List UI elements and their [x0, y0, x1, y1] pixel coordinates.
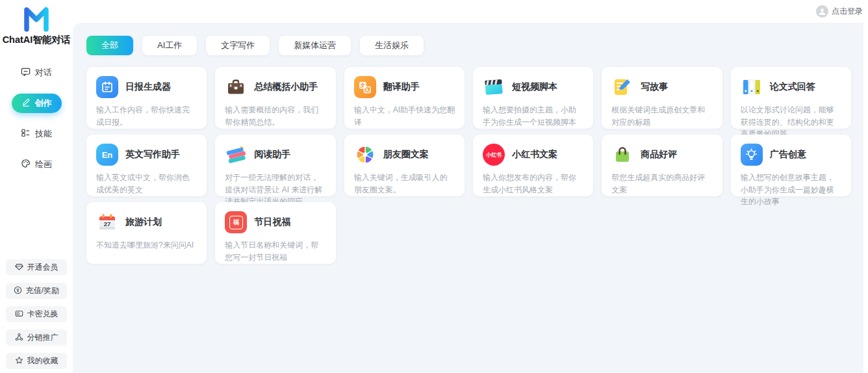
category-tabs: 全部 AI工作 文字写作 新媒体运营 生活娱乐 [86, 36, 851, 55]
card-description: 输入工作内容，帮你快速完成日报。 [96, 104, 197, 128]
sidebar-item-paint[interactable]: 绘画 [11, 155, 62, 174]
sidebar-item-membership[interactable]: 开通会员 [6, 259, 67, 276]
pill-label: 开通会员 [27, 262, 58, 273]
card-summary-helper[interactable]: 总结概括小助手 输入需要概括的内容，我们帮你精简总结。 [215, 67, 335, 129]
palette-icon [21, 159, 31, 170]
card-description: 输入中文，AI助手快速为您翻译 [354, 104, 455, 128]
card-title: 商品好评 [641, 149, 677, 161]
shopping-bag-icon [611, 144, 633, 166]
card-description: 输入想写的创意故事主题，小助手为你生成一篇妙趣横生的小故事 [741, 172, 841, 208]
card-icon [15, 309, 23, 320]
card-short-video-script[interactable]: 短视频脚本 输入想要拍摄的主题，小助手为你生成一个短视频脚本 [473, 67, 593, 129]
clapperboard-icon [483, 76, 505, 98]
scrollbar-track[interactable] [863, 23, 868, 373]
card-translate-helper[interactable]: 文A 翻译助手 输入中文，AI助手快速为您翻译 [344, 67, 465, 129]
card-title: 英文写作助手 [125, 149, 180, 161]
sidebar-item-skills[interactable]: 技能 [11, 124, 62, 144]
card-description: 输入你想发布的内容，帮你生成小红书风格文案 [483, 172, 583, 196]
topbar: 点击登录 [73, 0, 868, 23]
gem-icon [15, 263, 23, 273]
tab-ai-work[interactable]: AI工作 [142, 36, 197, 55]
card-title: 广告创意 [770, 149, 806, 161]
card-english-writing[interactable]: En 英文写作助手 输入英文或中文，帮你润色成优美的英文 [86, 135, 207, 196]
card-moments-copy[interactable]: 朋友圈文案 输入关键词，生成吸引人的朋友圈文案。 [344, 135, 465, 196]
festival-fu-icon: 福 [225, 211, 247, 233]
sidebar-footer: 开通会员 充值/奖励 卡密兑换 分销推广 我的收藏 [0, 259, 73, 369]
card-title: 总结概括小助手 [254, 81, 318, 93]
star-icon [15, 356, 23, 367]
sidebar-item-create[interactable]: 创作 [12, 94, 62, 113]
card-title: 旅游计划 [125, 216, 162, 228]
sidebar-item-label: 创作 [35, 97, 52, 109]
card-daily-report[interactable]: 日报生成器 输入工作内容，帮你快速完成日报。 [86, 67, 207, 129]
card-title: 日报生成器 [125, 81, 171, 93]
card-festival-greeting[interactable]: 福 节日祝福 输入节日名称和关键词，帮您写一封节日祝福 [215, 202, 335, 264]
sidebar-item-favorites[interactable]: 我的收藏 [6, 353, 67, 369]
briefcase-icon [225, 76, 247, 98]
card-title: 朋友圈文案 [383, 149, 429, 161]
pencil-icon [21, 98, 31, 109]
card-title: 阅读助手 [254, 149, 290, 161]
daily-report-clipboard-icon [96, 76, 118, 98]
english-badge-icon: En [96, 144, 118, 166]
chatai-m-logo [21, 3, 51, 32]
sidebar-item-label: 对话 [35, 67, 52, 79]
pill-label: 我的收藏 [27, 355, 58, 367]
skills-grid-icon [21, 128, 31, 140]
tab-life-fun[interactable]: 生活娱乐 [360, 36, 424, 55]
card-title: 节日祝福 [254, 216, 290, 228]
pill-label: 分销推广 [27, 332, 58, 343]
card-description: 帮您生成超真实的商品好评文案 [611, 172, 712, 196]
card-title: 翻译助手 [383, 81, 420, 93]
pill-label: 充值/奖励 [26, 285, 59, 296]
sidebar-nav: 对话 创作 技能 绘画 [11, 63, 62, 174]
card-description: 输入关键词，生成吸引人的朋友圈文案。 [354, 172, 455, 196]
card-description: 输入需要概括的内容，我们帮你精简总结。 [225, 104, 326, 128]
pill-label: 卡密兑换 [27, 309, 58, 320]
login-button[interactable]: 点击登录 [816, 5, 863, 18]
coin-yuan-icon [14, 286, 22, 296]
card-description: 不知道去哪里旅游?来问问AI [96, 239, 197, 251]
login-label: 点击登录 [832, 6, 863, 17]
sidebar-item-recharge[interactable]: 充值/奖励 [6, 283, 67, 299]
card-title: 小红书文案 [512, 149, 557, 161]
moments-pinwheel-icon [354, 144, 376, 166]
card-description: 输入节日名称和关键词，帮您写一封节日祝福 [225, 239, 326, 263]
card-product-review[interactable]: 商品好评 帮您生成超真实的商品好评文案 [602, 135, 722, 196]
card-description: 根据关键词生成原创文章和对应的标题 [611, 104, 712, 128]
card-title: 短视频脚本 [512, 81, 557, 93]
app-title: ChatAI智能对话 [3, 34, 71, 46]
sidebar-item-label: 绘画 [35, 159, 52, 170]
sidebar-item-distribution[interactable]: 分销推广 [6, 329, 67, 346]
card-title: 论文式回答 [770, 81, 815, 93]
tool-card-grid: 日报生成器 输入工作内容，帮你快速完成日报。 总结概括小助手 输入需要概括的内容… [86, 67, 851, 264]
lightbulb-icon [741, 144, 763, 166]
card-ad-creative[interactable]: 广告创意 输入想写的创意故事主题，小助手为你生成一篇妙趣横生的小故事 [731, 135, 851, 196]
user-avatar-icon [816, 5, 828, 18]
card-description: 输入英文或中文，帮你润色成优美的英文 [96, 172, 197, 196]
card-essay-answer[interactable]: 论文式回答 以论文形式讨论问题，能够获得连贯的、结构化的和更高质量的回答。 [731, 67, 851, 129]
sidebar-item-label: 技能 [35, 128, 52, 140]
share-network-icon [15, 333, 23, 343]
sidebar-item-chat[interactable]: 对话 [11, 63, 62, 83]
translate-icon: 文A [354, 76, 376, 98]
card-title: 写故事 [641, 81, 668, 93]
chat-bubble-icon [21, 67, 31, 79]
binders-icon [741, 76, 763, 98]
card-xiaohongshu-copy[interactable]: 小红书 小红书文案 输入你想发布的内容，帮你生成小红书风格文案 [473, 135, 593, 196]
svg-text:A: A [366, 86, 370, 92]
tab-new-media[interactable]: 新媒体运营 [279, 36, 351, 55]
svg-text:27: 27 [104, 220, 111, 227]
tab-text-writing[interactable]: 文字写作 [206, 36, 270, 55]
sidebar-item-card-redeem[interactable]: 卡密兑换 [6, 306, 67, 322]
card-description: 输入想要拍摄的主题，小助手为你生成一个短视频脚本 [483, 104, 583, 128]
creation-panel: 全部 AI工作 文字写作 新媒体运营 生活娱乐 日报生成器 输入工作内容，帮你快… [73, 23, 868, 373]
tab-all[interactable]: 全部 [86, 36, 133, 55]
card-write-story[interactable]: 写故事 根据关键词生成原创文章和对应的标题 [602, 67, 722, 129]
card-reading-helper[interactable]: 阅读助手 对于一些无法理解的对话，提供对话背景让 AI 来进行解读并制定出适当的… [215, 135, 335, 196]
xiaohongshu-icon: 小红书 [483, 144, 505, 166]
document-pencil-icon [611, 76, 633, 98]
card-travel-plan[interactable]: 27 旅游计划 不知道去哪里旅游?来问问AI [86, 202, 207, 264]
stacked-books-icon [225, 144, 247, 166]
calendar-27-icon: 27 [96, 211, 118, 233]
